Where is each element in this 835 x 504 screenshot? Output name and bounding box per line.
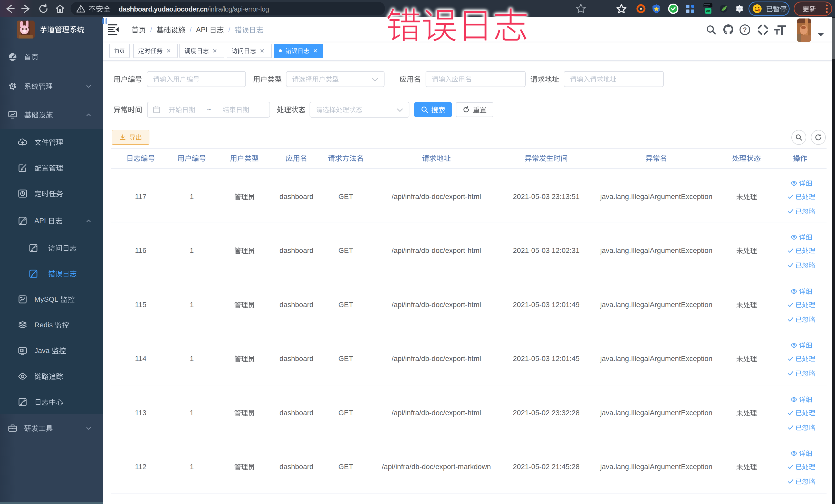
svg-text:on: on	[706, 9, 710, 13]
svg-text:?: ?	[743, 26, 747, 33]
